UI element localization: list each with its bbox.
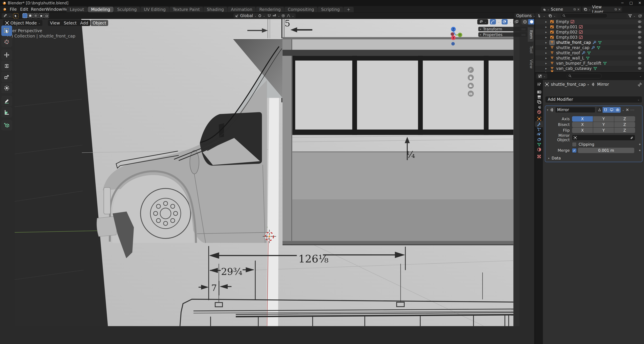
disclosure-triangle-icon[interactable]: ▸ xyxy=(546,30,548,34)
image-data-icon[interactable] xyxy=(579,35,583,39)
tab-compositing[interactable]: Compositing xyxy=(284,7,318,12)
modifier-name-field[interactable]: Mirror xyxy=(555,107,595,113)
tool-add-cube[interactable] xyxy=(1,120,12,131)
view-layer-selector[interactable]: ⌄ View Layer ⧉ ✕ xyxy=(582,7,622,12)
image-data-icon[interactable] xyxy=(579,30,583,34)
disclosure-triangle-icon[interactable]: ▸ xyxy=(546,51,548,55)
merge-checkbox[interactable]: ✓ xyxy=(572,148,576,153)
modifier-wrench-icon[interactable] xyxy=(591,46,595,50)
axis-y-button[interactable]: Y xyxy=(593,116,614,122)
flip-x-button[interactable]: X xyxy=(572,128,593,133)
tab-world[interactable] xyxy=(536,109,542,115)
drag-grip-icon[interactable]: :::: xyxy=(522,28,526,31)
mesh-data-icon[interactable] xyxy=(598,40,602,44)
menu-add[interactable]: Add xyxy=(78,20,90,26)
tool-measure[interactable] xyxy=(1,107,12,117)
chevron-down-icon[interactable]: ⌄ xyxy=(640,74,642,78)
copy-icon[interactable]: ⧉ xyxy=(615,7,617,11)
mesh-data-icon[interactable] xyxy=(593,66,597,70)
pin-icon[interactable] xyxy=(638,82,642,87)
modifier-wrench-icon[interactable] xyxy=(582,51,586,55)
eye-icon[interactable] xyxy=(638,61,642,65)
mesh-data-icon[interactable] xyxy=(587,51,591,55)
tab-rendering[interactable]: Rendering xyxy=(256,7,284,12)
tab-material[interactable] xyxy=(536,146,542,153)
mode-dropdown[interactable]: Object Mode ⌄ xyxy=(3,20,42,26)
viewport-scene[interactable]: 5 xyxy=(0,19,534,344)
tool-cursor[interactable] xyxy=(1,36,12,47)
editor-type-selector[interactable]: ⌄ xyxy=(2,13,12,18)
disclosure-triangle-icon[interactable]: ▸ xyxy=(546,56,548,60)
close-icon[interactable]: ✕ xyxy=(618,7,621,11)
shading-wireframe[interactable] xyxy=(522,19,528,24)
tool-move[interactable] xyxy=(1,50,12,60)
tab-modeling[interactable]: Modeling xyxy=(88,7,114,12)
options-button[interactable]: Options ⌄ xyxy=(514,13,537,18)
bisect-y-button[interactable]: Y xyxy=(593,122,614,127)
npanel-transform[interactable]: ▸ Transform :::: xyxy=(478,27,527,31)
mirror-object-field[interactable] xyxy=(572,135,635,141)
disclosure-triangle-icon[interactable]: ▸ xyxy=(546,41,548,44)
select-mode-intersect[interactable] xyxy=(44,13,49,18)
list-item-mesh[interactable]: ▸ shuttle_wall_L xyxy=(535,55,644,61)
select-mode-subtract[interactable] xyxy=(33,13,38,18)
disclosure-triangle-icon[interactable]: ▸ xyxy=(546,20,548,23)
list-item-empty[interactable]: ▸ Empty.003 xyxy=(535,35,644,40)
toggle-edit-mode[interactable] xyxy=(602,107,608,113)
clipping-checkbox[interactable] xyxy=(572,142,576,147)
eye-icon[interactable] xyxy=(638,20,642,23)
delete-modifier-button[interactable]: ✕ xyxy=(626,108,629,112)
maximize-button[interactable]: ▢ xyxy=(627,0,635,6)
menu-select[interactable]: Select xyxy=(62,20,79,26)
blender-menu-icon[interactable] xyxy=(2,7,7,11)
sidetab-view[interactable]: View xyxy=(528,57,534,70)
tool-rotate[interactable] xyxy=(1,61,12,71)
tab-texture-paint[interactable]: Texture Paint xyxy=(170,7,203,12)
select-mode-extend[interactable] xyxy=(28,13,33,18)
tab-shading[interactable]: Shading xyxy=(204,7,227,12)
properties-editor-type[interactable]: ⌄ xyxy=(536,74,547,79)
modifier-wrench-icon[interactable] xyxy=(592,40,596,44)
eye-icon[interactable] xyxy=(638,30,642,34)
select-mode-invert[interactable] xyxy=(38,13,44,18)
npanel-properties[interactable]: ▸ Properties :::: xyxy=(478,32,527,37)
list-item-mesh[interactable]: ▸ shuttle_roof xyxy=(535,50,644,55)
tool-scale[interactable] xyxy=(1,72,12,82)
tab-tool[interactable] xyxy=(536,81,542,87)
toggle-realtime[interactable] xyxy=(608,107,615,113)
properties-search[interactable] xyxy=(566,74,602,78)
add-modifier-button[interactable]: Add Modifier ⌄ xyxy=(545,96,642,103)
mesh-data-icon[interactable] xyxy=(586,56,590,60)
menu-object[interactable]: Object xyxy=(90,20,108,26)
overlays-toggle[interactable] xyxy=(502,19,508,24)
disclosure-triangle-icon[interactable]: ▸ xyxy=(546,25,548,29)
animate-decorator[interactable] xyxy=(639,144,640,145)
eye-icon[interactable] xyxy=(638,56,642,60)
breadcrumb-object[interactable]: shuttle_front_cap xyxy=(551,82,586,87)
flip-y-button[interactable]: Y xyxy=(593,128,614,133)
menu-view[interactable]: View xyxy=(48,20,62,26)
shading-solid[interactable] xyxy=(528,19,534,24)
image-data-icon[interactable] xyxy=(579,25,583,29)
visibility-dropdown[interactable]: ⌄ xyxy=(477,19,488,24)
xray-toggle[interactable] xyxy=(513,19,520,24)
disclosure-triangle-icon[interactable]: ▸ xyxy=(546,61,548,65)
tab-texture[interactable] xyxy=(536,154,542,160)
toggle-on-cage[interactable] xyxy=(596,107,602,113)
snap-controls[interactable]: ⌄ xyxy=(266,13,282,18)
tab-scripting[interactable]: Scripting xyxy=(318,7,343,12)
outliner-restriction-filter[interactable]: ⌄ xyxy=(626,13,637,18)
camera-view-button[interactable] xyxy=(468,83,474,89)
eyedropper-icon[interactable] xyxy=(630,136,634,139)
tab-sculpting[interactable]: Sculpting xyxy=(114,7,140,12)
gizmo-y-neg-axis[interactable] xyxy=(451,32,454,36)
eye-icon[interactable] xyxy=(638,41,642,44)
scene-selector[interactable]: ⌄ Scene ⧉ ✕ xyxy=(541,7,581,12)
list-item-mesh[interactable]: ▸ shuttle_rear_cap xyxy=(535,45,644,50)
mesh-data-icon[interactable] xyxy=(596,46,600,50)
outliner-display-mode[interactable]: ⌄ xyxy=(536,13,547,18)
3d-viewport[interactable]: 5 xyxy=(0,19,534,344)
mesh-data-icon[interactable] xyxy=(603,61,607,65)
list-item-empty[interactable]: ▸ Empty xyxy=(535,19,644,24)
eye-icon[interactable] xyxy=(638,67,642,70)
